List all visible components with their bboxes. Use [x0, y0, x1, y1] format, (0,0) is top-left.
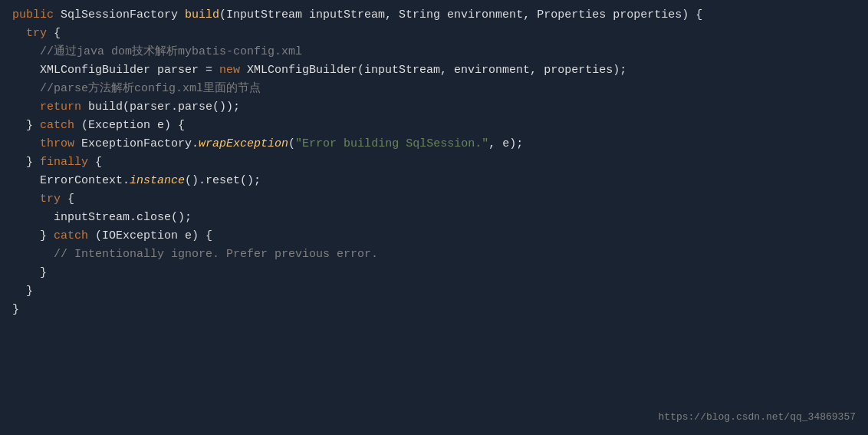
code-token: new: [219, 64, 240, 77]
code-lines: public SqlSessionFactory build(InputStre…: [12, 6, 856, 319]
code-token: build: [185, 8, 219, 21]
code-block: public SqlSessionFactory build(InputStre…: [0, 0, 868, 435]
code-token: catch: [54, 229, 88, 242]
code-token: try: [26, 27, 47, 40]
code-token: }: [12, 156, 40, 169]
code-token: }: [12, 303, 19, 316]
code-token: // Intentionally ignore. Prefer previous…: [12, 248, 378, 261]
code-token: return: [40, 101, 81, 114]
code-line: }: [12, 301, 856, 319]
code-line: }: [12, 282, 856, 301]
code-token: "Error building SqlSession.": [295, 137, 488, 150]
code-line: return build(parser.parse());: [12, 98, 856, 117]
code-token: [12, 27, 26, 40]
code-token: {: [47, 27, 61, 40]
code-token: ().reset();: [185, 174, 261, 187]
code-token: instance: [130, 174, 185, 187]
code-token: public: [12, 8, 61, 21]
code-token: XMLConfigBuilder parser =: [12, 64, 219, 77]
code-line: }: [12, 264, 856, 282]
code-token: (: [288, 137, 295, 150]
code-token: SqlSessionFactory: [61, 8, 185, 21]
code-token: inputStream.close();: [12, 211, 192, 224]
code-token: //parse方法解析config.xml里面的节点: [12, 82, 261, 95]
blog-url: https://blog.csdn.net/qq_34869357: [659, 410, 856, 426]
code-line: // Intentionally ignore. Prefer previous…: [12, 246, 856, 264]
code-token: (InputStream inputStream, String environ…: [219, 8, 702, 21]
code-line: throw ExceptionFactory.wrapException("Er…: [12, 135, 856, 153]
code-token: }: [12, 266, 47, 279]
code-token: build(parser.parse());: [81, 101, 240, 114]
code-token: wrapException: [199, 137, 288, 150]
code-token: [12, 193, 40, 206]
code-token: }: [12, 119, 40, 132]
code-token: try: [40, 193, 61, 206]
code-line: try {: [12, 25, 856, 43]
code-line: try {: [12, 190, 856, 209]
code-line: } catch (Exception e) {: [12, 117, 856, 135]
code-token: ErrorContext.: [12, 174, 130, 187]
code-token: //通过java dom技术解析mybatis-config.xml: [12, 45, 302, 58]
code-token: {: [88, 156, 102, 169]
code-token: }: [12, 285, 33, 298]
code-line: } finally {: [12, 153, 856, 172]
code-token: throw: [40, 137, 74, 150]
code-line: public SqlSessionFactory build(InputStre…: [12, 6, 856, 25]
code-token: ExceptionFactory.: [74, 137, 199, 150]
code-token: {: [61, 193, 74, 206]
code-line: //通过java dom技术解析mybatis-config.xml: [12, 43, 856, 61]
code-token: catch: [40, 119, 74, 132]
code-token: (Exception e) {: [74, 119, 185, 132]
code-line: ErrorContext.instance().reset();: [12, 172, 856, 190]
code-line: XMLConfigBuilder parser = new XMLConfigB…: [12, 61, 856, 80]
code-token: [12, 137, 40, 150]
code-token: (IOException e) {: [88, 229, 212, 242]
code-token: [12, 101, 40, 114]
code-line: inputStream.close();: [12, 209, 856, 227]
code-line: } catch (IOException e) {: [12, 227, 856, 246]
code-token: XMLConfigBuilder(inputStream, environmen…: [240, 64, 626, 77]
code-token: }: [12, 229, 54, 242]
code-token: , e);: [488, 137, 523, 150]
code-line: //parse方法解析config.xml里面的节点: [12, 80, 856, 98]
code-token: finally: [40, 156, 88, 169]
